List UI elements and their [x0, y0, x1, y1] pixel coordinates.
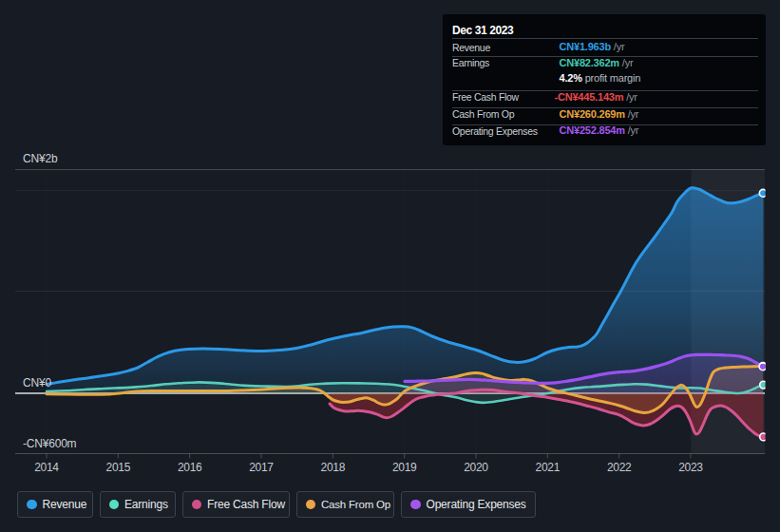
svg-text:2014: 2014 [34, 461, 59, 474]
svg-text:2020: 2020 [464, 461, 488, 474]
svg-text:2021: 2021 [536, 461, 561, 474]
svg-text:2015: 2015 [106, 461, 131, 474]
svg-text:CN¥2b: CN¥2b [23, 152, 58, 165]
svg-text:2018: 2018 [321, 461, 346, 474]
svg-text:CN¥0: CN¥0 [23, 376, 51, 390]
svg-text:2016: 2016 [178, 461, 202, 474]
svg-text:-CN¥600m: -CN¥600m [23, 437, 77, 450]
svg-text:2017: 2017 [249, 461, 274, 474]
svg-text:2022: 2022 [607, 461, 632, 474]
svg-text:2023: 2023 [678, 461, 703, 474]
svg-text:2019: 2019 [392, 461, 417, 474]
